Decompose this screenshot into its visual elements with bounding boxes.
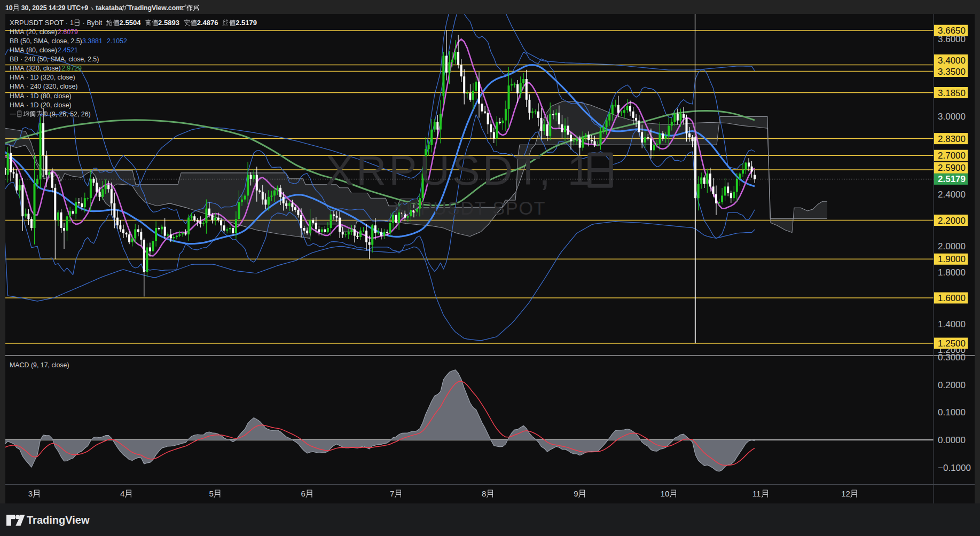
svg-text:HMA (80, close): HMA (80, close) xyxy=(10,46,57,54)
svg-text:MACD (9, 17, close): MACD (9, 17, close) xyxy=(10,361,69,369)
svg-text:2.7000: 2.7000 xyxy=(938,151,966,161)
svg-text:HMA · 1D (80, close): HMA · 1D (80, close) xyxy=(10,92,72,100)
svg-text:TradingView: TradingView xyxy=(27,514,90,526)
svg-text:XRPUSDT, 1: XRPUSDT, 1 xyxy=(326,147,593,194)
svg-text:5: 5 xyxy=(209,489,213,498)
svg-text:8: 8 xyxy=(482,489,486,498)
svg-text:9: 9 xyxy=(574,489,578,498)
svg-text:6: 6 xyxy=(301,489,305,498)
svg-text:takataba: takataba xyxy=(96,4,122,12)
svg-text:1.9000: 1.9000 xyxy=(938,254,966,264)
svg-text:2.5179: 2.5179 xyxy=(236,19,257,27)
svg-text:HMA (320, close): HMA (320, close) xyxy=(10,65,61,72)
svg-text:2.6079: 2.6079 xyxy=(58,28,78,36)
svg-text:2.8300: 2.8300 xyxy=(938,134,966,144)
svg-text:0.1000: 0.1000 xyxy=(938,407,966,417)
svg-text:12: 12 xyxy=(841,489,850,498)
svg-text:10: 10 xyxy=(661,489,670,498)
svg-text:0.0000: 0.0000 xyxy=(938,435,966,445)
svg-text:XRPUSDT SPOT: XRPUSDT SPOT xyxy=(393,198,546,218)
svg-text:2.4521: 2.4521 xyxy=(58,46,78,54)
svg-text:HMA · 1D (20, close): HMA · 1D (20, close) xyxy=(10,101,72,109)
svg-text:2.5179: 2.5179 xyxy=(938,174,966,184)
svg-text:11: 11 xyxy=(752,489,761,498)
svg-text:· Bybit: · Bybit xyxy=(81,19,106,27)
svg-text:BB · 240 (50, SMA, close, 2.5): BB · 240 (50, SMA, close, 2.5) xyxy=(10,56,99,63)
svg-text:1.2500: 1.2500 xyxy=(938,338,966,349)
svg-text:0.3000: 0.3000 xyxy=(938,352,966,362)
svg-text:® (9, 26, 52, 26): ® (9, 26, 52, 26) xyxy=(43,111,91,118)
svg-text:BB (50, SMA, close, 2.5): BB (50, SMA, close, 2.5) xyxy=(10,37,82,45)
svg-text:XRPUSDT SPOT · 1: XRPUSDT SPOT · 1 xyxy=(10,19,74,27)
svg-text:1.8000: 1.8000 xyxy=(938,267,966,278)
svg-text:2.2000: 2.2000 xyxy=(938,216,966,226)
svg-text:3.0000: 3.0000 xyxy=(938,112,966,122)
svg-text:2.9729: 2.9729 xyxy=(61,65,82,72)
svg-text:3.1850: 3.1850 xyxy=(938,88,966,98)
svg-text:10: 10 xyxy=(5,4,13,12)
svg-text:2.5504: 2.5504 xyxy=(120,19,142,27)
svg-text:HMA (20, close): HMA (20, close) xyxy=(10,28,57,36)
svg-text:1.4000: 1.4000 xyxy=(938,319,966,329)
svg-text:3: 3 xyxy=(28,489,33,498)
svg-text:4: 4 xyxy=(120,489,124,498)
svg-text:2.5893: 2.5893 xyxy=(158,19,179,27)
svg-text:3.3881: 3.3881 xyxy=(82,37,103,45)
svg-text:HMA · 240 (320, close): HMA · 240 (320, close) xyxy=(10,83,77,90)
svg-text:1.6000: 1.6000 xyxy=(938,293,966,303)
svg-text:7: 7 xyxy=(390,489,394,498)
svg-text:2.1052: 2.1052 xyxy=(107,37,127,45)
svg-text:−0.1000: −0.1000 xyxy=(938,463,971,473)
svg-text:3.3500: 3.3500 xyxy=(938,67,966,77)
svg-text:3.4000: 3.4000 xyxy=(938,56,966,66)
svg-text:0.2000: 0.2000 xyxy=(938,380,966,390)
svg-text:2.4000: 2.4000 xyxy=(938,190,966,200)
svg-text:30, 2025 14:29 UTC+9: 30, 2025 14:29 UTC+9 xyxy=(19,4,88,12)
svg-text:HMA · 1D (320, close): HMA · 1D (320, close) xyxy=(10,74,75,81)
svg-text:3.6650: 3.6650 xyxy=(938,26,966,36)
svg-text:2.4876: 2.4876 xyxy=(197,19,218,27)
svg-text:2.5900: 2.5900 xyxy=(938,163,966,173)
svg-text:TradingView.com: TradingView.com xyxy=(128,4,182,12)
svg-text:2.0000: 2.0000 xyxy=(938,241,966,251)
